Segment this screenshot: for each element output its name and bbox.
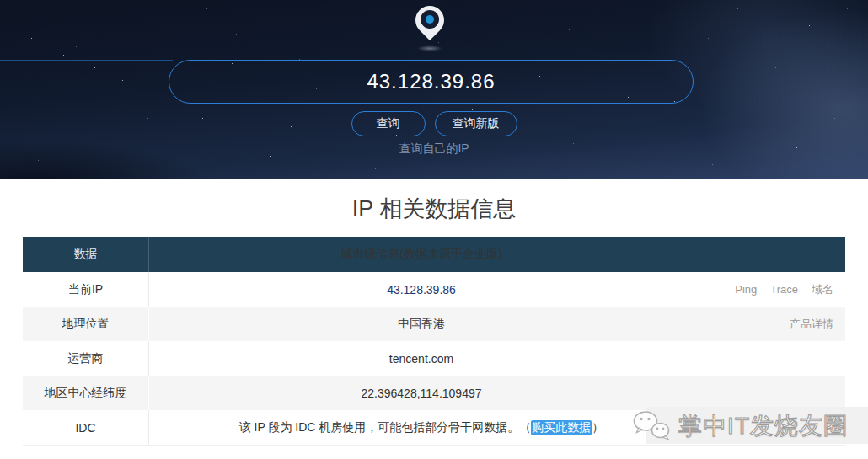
watermark: 掌中IT发烧友圈 [631, 410, 848, 442]
column-header-city-info-label: 城市级信息(数据来源于企业版) [149, 237, 694, 272]
table-row-location: 地理位置 中国香港 产品详情 [23, 307, 845, 341]
row-value-carrier: tencent.com [149, 341, 845, 376]
pin-blue-dot [426, 15, 434, 24]
ip-search-input[interactable] [169, 60, 694, 104]
table-row-coordinates: 地区中心经纬度 22.396428,114.109497 [23, 376, 845, 410]
row-value-coordinates: 22.396428,114.109497 [149, 376, 845, 410]
wechat-icon [631, 410, 672, 442]
row-label-location: 地理位置 [23, 307, 149, 341]
hero-header: 查询 查询新版 查询自己的IP [0, 0, 868, 179]
row-value-location: 中国香港 产品详情 [149, 307, 845, 341]
table-row-carrier: 运营商 tencent.com [23, 341, 845, 376]
carrier-value: tencent.com [149, 341, 694, 376]
coordinates-value: 22.396428,114.109497 [149, 376, 694, 410]
row-label-current-ip: 当前IP [23, 272, 149, 307]
ip-lookup-page: 查询 查询新版 查询自己的IP IP 相关数据信息 数据 城市级信息(数据来源于… [0, 0, 868, 459]
table-header-row: 数据 城市级信息(数据来源于企业版) [23, 237, 845, 272]
section-title: IP 相关数据信息 [0, 194, 868, 224]
current-ip-value: 43.128.39.86 [149, 272, 694, 307]
query-own-ip-link[interactable]: 查询自己的IP [0, 141, 868, 157]
divider-line [0, 60, 173, 61]
row-label-idc: IDC [23, 410, 149, 445]
product-links: 产品详情 [790, 307, 833, 341]
idc-text-prefix: 该 IP 段为 IDC 机房使用，可能包括部分骨干网数据。（ [239, 420, 532, 435]
table-row-current-ip: 当前IP 43.128.39.86 Ping Trace 域名 [23, 272, 845, 307]
row-label-carrier: 运营商 [23, 341, 149, 376]
column-header-data: 数据 [23, 237, 149, 272]
query-button[interactable]: 查询 [351, 111, 426, 136]
buy-data-link[interactable]: 购买此数据 [531, 420, 592, 435]
column-header-city-info: 城市级信息(数据来源于企业版) [149, 237, 845, 272]
trace-link[interactable]: Trace [770, 283, 798, 296]
query-new-version-button[interactable]: 查询新版 [435, 111, 517, 136]
watermark-text: 掌中IT发烧友圈 [678, 410, 848, 442]
product-detail-link[interactable]: 产品详情 [790, 317, 833, 332]
location-value: 中国香港 [149, 307, 694, 341]
domain-link[interactable]: 域名 [812, 282, 833, 297]
row-value-current-ip: 43.128.39.86 Ping Trace 域名 [149, 272, 845, 307]
location-pin-icon [411, 4, 448, 51]
idc-description: 该 IP 段为 IDC 机房使用，可能包括部分骨干网数据。（购买此数据） [149, 410, 694, 445]
idc-text-suffix: ） [592, 420, 603, 435]
query-buttons-row: 查询 查询新版 [0, 111, 868, 136]
row-label-coordinates: 地区中心经纬度 [23, 376, 149, 410]
pin-shadow [417, 45, 442, 51]
ping-link[interactable]: Ping [735, 283, 757, 296]
ip-tool-links: Ping Trace 域名 [735, 272, 833, 307]
star-field-dim [0, 0, 1, 1]
